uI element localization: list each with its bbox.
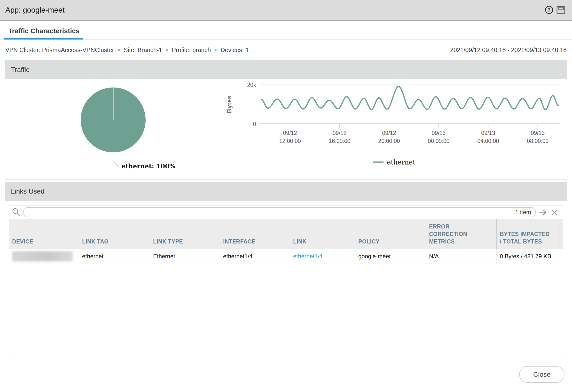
context-site: Site: Branch-1 bbox=[124, 47, 162, 54]
tab-bar: Traffic Characteristics bbox=[0, 21, 572, 40]
search-icon bbox=[12, 208, 21, 217]
x-tick-label: 20:00:00 bbox=[378, 138, 400, 144]
x-tick-label: 16:00:00 bbox=[329, 138, 350, 144]
item-count-badge: 1 item bbox=[515, 209, 535, 216]
x-tick-label: 09/12 bbox=[333, 130, 347, 136]
x-tick-label: 09/12 bbox=[382, 130, 396, 136]
search-input[interactable] bbox=[28, 208, 515, 217]
links-used-panel-header: Links Used bbox=[5, 182, 567, 201]
tab-traffic-characteristics[interactable]: Traffic Characteristics bbox=[4, 27, 83, 39]
redacted-device-name bbox=[12, 251, 73, 261]
search-field-container: 1 item bbox=[23, 207, 536, 217]
window-icon[interactable] bbox=[556, 6, 565, 14]
context-bar: VPN Cluster: PrismaAccess-VPNCluster Sit… bbox=[0, 40, 572, 60]
col-header-link-tag: LINK TAG bbox=[79, 219, 150, 249]
cell-gutter bbox=[559, 249, 563, 264]
context-vpn-cluster: VPN Cluster: PrismaAccess-VPNCluster bbox=[5, 47, 114, 54]
links-used-panel: Links Used 1 item bbox=[5, 182, 567, 360]
table-search-toolbar: 1 item bbox=[9, 205, 563, 219]
cell-link-type: Ethernet bbox=[150, 249, 220, 264]
close-button[interactable]: Close bbox=[519, 366, 564, 383]
y-tick-label: 20k bbox=[247, 82, 256, 88]
legend-label-ethernet: ethernet bbox=[387, 158, 415, 166]
links-table-container: 1 item DEVICE LINK TAG LINK TYPE INTERFA… bbox=[9, 205, 563, 356]
x-tick-label: 08:00:00 bbox=[527, 138, 549, 144]
cell-policy: google-meet bbox=[355, 249, 426, 264]
col-header-link: LINK bbox=[290, 219, 355, 249]
traffic-panel-header: Traffic bbox=[5, 60, 567, 79]
clear-filter-x-icon[interactable] bbox=[551, 209, 558, 216]
col-header-device: DEVICE bbox=[9, 219, 79, 249]
table-header-gutter bbox=[559, 219, 563, 249]
links-used-panel-body: 1 item DEVICE LINK TAG LINK TYPE INTERFA… bbox=[5, 201, 567, 360]
cell-bytes-impacted: 0 Bytes / 481.79 KB bbox=[497, 249, 559, 264]
cell-link-tag: ethernet bbox=[79, 249, 150, 264]
table-header-row: DEVICE LINK TAG LINK TYPE INTERFACE LINK… bbox=[9, 219, 563, 249]
traffic-panel-body: ethernet: 100% 20k009/1212:00:0009/1216:… bbox=[5, 79, 567, 180]
col-header-bytes-impacted: BYTES IMPACTED / TOTAL BYTES bbox=[497, 219, 559, 249]
col-header-policy: POLICY bbox=[355, 219, 426, 249]
col-header-error-correction-metrics: ERROR CORRECTION METRICS bbox=[426, 219, 497, 249]
time-range: 2021/09/12 09:40:18 - 2021/09/13 09:40:1… bbox=[450, 47, 567, 54]
pie-callout-label: ethernet: 100% bbox=[121, 163, 175, 170]
series-line-ethernet bbox=[261, 86, 558, 110]
cell-link: ethernet1/4 bbox=[290, 249, 355, 264]
dialog-title-bar: App: google-meet ? bbox=[0, 0, 572, 21]
dot-separator bbox=[215, 49, 217, 51]
traffic-panel: Traffic ethernet: 100% 20k009/1212:00:00… bbox=[5, 60, 567, 180]
col-header-interface: INTERFACE bbox=[220, 219, 290, 249]
x-tick-label: 09/12 bbox=[283, 130, 297, 136]
y-tick-label: 0 bbox=[253, 121, 256, 127]
help-icon[interactable]: ? bbox=[545, 6, 553, 14]
pie-callout-line bbox=[113, 153, 119, 166]
x-tick-label: 04:00:00 bbox=[477, 138, 499, 144]
cell-error-correction-metrics: N/A bbox=[426, 249, 497, 264]
dialog-title: App: google-meet bbox=[5, 0, 65, 20]
line-chart: 20k009/1212:00:0009/1216:00:0009/1220:00… bbox=[218, 79, 567, 180]
title-bar-icons: ? bbox=[545, 6, 565, 14]
dot-separator bbox=[166, 49, 168, 51]
apply-filter-arrow-icon[interactable] bbox=[538, 209, 548, 216]
y-axis-title: Bytes bbox=[226, 95, 233, 113]
x-tick-label: 09/13 bbox=[432, 130, 446, 136]
x-tick-label: 12:00:00 bbox=[279, 138, 301, 144]
table-row: ethernet Ethernet ethernet1/4 ethernet1/… bbox=[9, 249, 563, 264]
col-header-link-type: LINK TYPE bbox=[150, 219, 220, 249]
link-ethernet-1-4[interactable]: ethernet1/4 bbox=[293, 253, 322, 259]
dot-separator bbox=[118, 49, 120, 51]
cell-device bbox=[9, 249, 79, 264]
context-devices: Devices: 1 bbox=[221, 47, 249, 54]
pie-chart: ethernet: 100% bbox=[5, 79, 218, 180]
x-tick-label: 09/13 bbox=[481, 130, 495, 136]
x-tick-label: 09/13 bbox=[531, 130, 545, 136]
cell-interface: ethernet1/4 bbox=[220, 249, 290, 264]
context-items: VPN Cluster: PrismaAccess-VPNCluster Sit… bbox=[5, 47, 249, 54]
context-profile: Profile: branch bbox=[172, 47, 211, 54]
x-tick-label: 00:00:00 bbox=[428, 138, 450, 144]
